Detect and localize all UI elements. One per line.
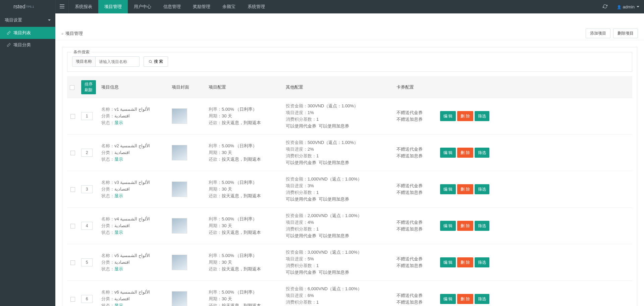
sidebar-item-label: 项目列表: [13, 30, 31, 36]
cover-thumbnail[interactable]: [172, 108, 187, 124]
sort-input[interactable]: [81, 295, 93, 303]
nav-item-4[interactable]: 奖励管理: [187, 0, 216, 13]
sort-input[interactable]: [81, 185, 93, 193]
link-icon: [7, 31, 11, 35]
row-no-voucher: 不赠送代金券: [396, 292, 435, 299]
sort-input[interactable]: [81, 222, 93, 230]
filter-button[interactable]: 筛选: [475, 184, 489, 194]
sort-input[interactable]: [81, 149, 93, 157]
row-checkbox[interactable]: [70, 187, 75, 192]
label-consume: 消费积分基数：: [286, 117, 316, 122]
row-status: 显示: [114, 230, 123, 235]
edit-button[interactable]: 编 辑: [440, 221, 456, 231]
main-panel: 条件搜索 项目名称 搜 索: [62, 47, 637, 306]
page-title: 项目管理: [65, 31, 83, 37]
nav-item-5[interactable]: 余额宝: [216, 0, 241, 13]
nav-item-1[interactable]: 项目管理: [98, 0, 128, 13]
label-name: 名称：: [101, 107, 114, 112]
label-rate: 利率：: [209, 143, 222, 148]
row-rate: 5.00% （日利率）: [222, 143, 257, 148]
row-checkbox[interactable]: [70, 260, 75, 265]
row-can-voucher: 可以使用代金券: [286, 270, 316, 275]
label-invest: 投资金额：: [286, 286, 308, 291]
add-project-button[interactable]: 添加项目: [586, 29, 610, 38]
row-consume: 1: [316, 300, 319, 305]
nav-item-0[interactable]: 系统报表: [69, 0, 98, 13]
edit-button[interactable]: 编 辑: [440, 257, 456, 267]
refresh-button[interactable]: [598, 0, 612, 13]
table-row: 名称：الألواح الشمسية v4分类：اقتصادية状态：显示利率：…: [67, 208, 632, 244]
cover-thumbnail[interactable]: [172, 291, 187, 306]
row-rate: 5.00% （日利率）: [222, 107, 257, 112]
cover-thumbnail[interactable]: [172, 182, 187, 197]
edit-button[interactable]: 编 辑: [440, 148, 456, 158]
sidebar-toggle[interactable]: [55, 0, 69, 13]
edit-button[interactable]: 编 辑: [440, 111, 456, 121]
row-cycle: 30 天: [222, 113, 232, 118]
row-rate: 5.00% （日利率）: [222, 180, 257, 185]
sidebar-item-1[interactable]: 项目分类: [0, 39, 55, 51]
label-progress: 项目进度：: [286, 220, 308, 225]
delete-button[interactable]: 删 除: [457, 294, 473, 304]
label-name: 名称：: [101, 216, 114, 221]
nav-item-6[interactable]: 系统管理: [241, 0, 271, 13]
label-category: 分类：: [101, 150, 114, 155]
cover-thumbnail[interactable]: [172, 145, 187, 160]
row-checkbox[interactable]: [70, 114, 75, 119]
data-table: 排序刷新 项目信息 项目封面 项目配置 其他配置 卡券配置 名称：الألواح…: [67, 76, 632, 306]
row-checkbox[interactable]: [70, 297, 75, 302]
user-menu[interactable]: admin: [612, 0, 644, 13]
breadcrumb-arrow-icon: »: [61, 32, 63, 36]
row-repay: 按天返息，到期返本: [222, 193, 261, 198]
delete-button[interactable]: 删 除: [457, 221, 473, 231]
label-invest: 投资金额：: [286, 176, 308, 182]
row-category: اقتصادية: [114, 150, 130, 155]
filter-button[interactable]: 筛选: [475, 294, 489, 304]
filter-button[interactable]: 筛选: [475, 111, 489, 121]
row-can-voucher: 可以使用代金券: [286, 160, 316, 165]
label-consume: 消费积分基数：: [286, 153, 316, 158]
brand-version: TP5.1: [26, 5, 34, 8]
row-status: 显示: [114, 303, 123, 306]
label-category: 分类：: [101, 113, 114, 118]
edit-button[interactable]: 编 辑: [440, 184, 456, 194]
cover-thumbnail[interactable]: [172, 255, 187, 270]
select-all-checkbox[interactable]: [70, 85, 74, 90]
delete-button[interactable]: 删 除: [457, 111, 473, 121]
nav-item-2[interactable]: 用户中心: [128, 0, 157, 13]
label-name: 名称：: [101, 290, 114, 295]
row-repay: 按天返息，到期返本: [222, 157, 261, 162]
row-checkbox[interactable]: [70, 151, 75, 155]
chevron-down-icon: [48, 19, 51, 21]
delete-button[interactable]: 删 除: [457, 257, 473, 267]
table-row: 名称：الألواح الشمسية v6分类：اقتصادية状态：显示利率：…: [67, 281, 632, 306]
filter-button[interactable]: 筛选: [475, 221, 489, 231]
search-button[interactable]: 搜 索: [144, 56, 168, 67]
sidebar-item-0[interactable]: 项目列表: [0, 27, 55, 39]
row-rate: 5.00% （日利率）: [222, 253, 257, 258]
sidebar-header[interactable]: 项目设置: [0, 13, 55, 27]
edit-button[interactable]: 编 辑: [440, 294, 456, 304]
project-name-input[interactable]: [96, 57, 139, 66]
label-progress: 项目进度：: [286, 256, 308, 261]
sort-input[interactable]: [81, 112, 93, 120]
label-rate: 利率：: [209, 253, 222, 258]
delete-project-button[interactable]: 删除项目: [613, 29, 638, 38]
row-no-interest: 不赠送加息券: [396, 226, 435, 233]
delete-button[interactable]: 删 除: [457, 148, 473, 158]
cover-thumbnail[interactable]: [172, 218, 187, 234]
delete-button[interactable]: 删 除: [457, 184, 473, 194]
filter-button[interactable]: 筛选: [475, 148, 489, 158]
sort-refresh-button[interactable]: 排序刷新: [81, 80, 96, 94]
nav-item-3[interactable]: 信息管理: [157, 0, 187, 13]
filter-button[interactable]: 筛选: [475, 257, 489, 267]
th-other: 其他配置: [283, 77, 394, 98]
row-cycle: 30 天: [222, 296, 232, 301]
chevron-down-icon: [637, 6, 639, 7]
label-invest: 投资金额：: [286, 140, 308, 145]
row-cycle: 30 天: [222, 260, 232, 265]
row-no-voucher: 不赠送代金券: [396, 109, 435, 116]
row-checkbox[interactable]: [70, 224, 75, 228]
row-repay: 按天返息，到期返本: [222, 266, 261, 271]
sort-input[interactable]: [81, 258, 93, 266]
